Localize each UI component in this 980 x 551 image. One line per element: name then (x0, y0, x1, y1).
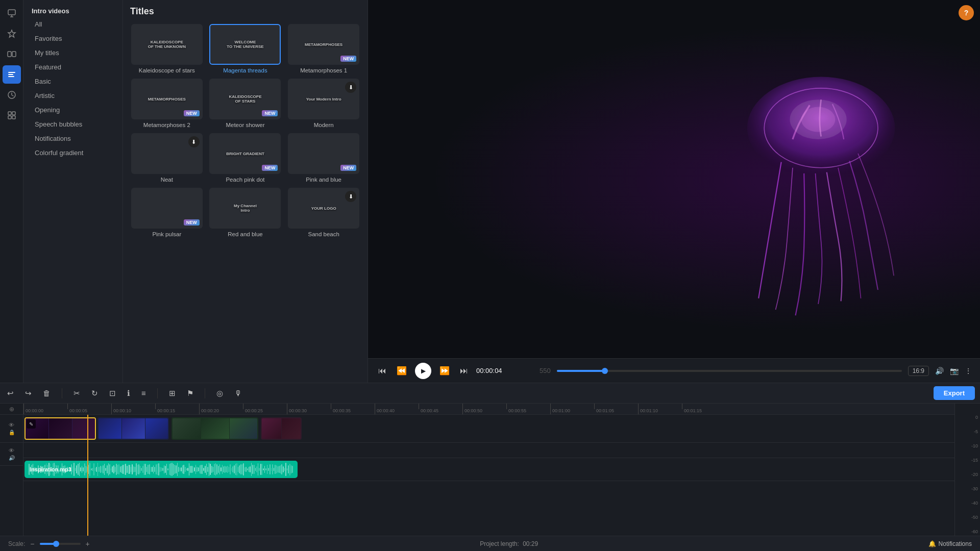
meter-label-0: 0 (975, 415, 978, 420)
crop-button[interactable]: ⊡ (107, 387, 118, 400)
ruler-mark-9: 00:00:45 (419, 404, 438, 414)
title-thumb-meteor: KALEIDOSCOPEOF STARSNEW (209, 79, 281, 119)
download-badge-sand[interactable]: ⬇ (345, 191, 356, 202)
scale-increase-icon[interactable]: + (86, 540, 90, 548)
sidebar-item-artistic[interactable]: Artistic (27, 89, 119, 103)
title-card-pinkblue[interactable]: NEWPink and blue (287, 133, 360, 183)
title-card-modern[interactable]: Your Modern Intro⬇Modern (287, 79, 360, 128)
mic-button[interactable]: 🎙 (232, 387, 244, 399)
insert-button[interactable]: ⊞ (167, 387, 178, 400)
title-thumb-pinkpulsar: NEW (131, 188, 203, 229)
text-track (23, 443, 954, 458)
ruler-label-12: 00:01:00 (552, 408, 570, 413)
step-back-button[interactable]: ⏪ (395, 364, 409, 378)
sidebar-item-all[interactable]: All (27, 17, 119, 31)
bell-icon: 🔔 (928, 540, 936, 547)
project-length: Project length: 00:29 (480, 540, 538, 547)
ruler-mark-12: 00:01:00 (550, 404, 570, 414)
clip-frames-3 (173, 418, 258, 439)
svg-rect-7 (12, 116, 15, 119)
title-card-sand[interactable]: YOUR LOGO⬇Sand beach (287, 188, 360, 237)
step-forward-button[interactable]: ⏩ (437, 364, 452, 378)
help-button[interactable]: ? (959, 5, 974, 20)
sidebar-item-my-titles[interactable]: My titles (27, 46, 119, 60)
delete-button[interactable]: 🗑 (41, 387, 53, 399)
sidebar-item-colorful-gradient[interactable]: Colorful gradient (27, 146, 119, 160)
title-card-meteor[interactable]: KALEIDOSCOPEOF STARSNEWMeteor shower (209, 79, 282, 128)
ruler-mark-11: 00:00:55 (506, 404, 526, 414)
adjust-button[interactable]: ≡ (139, 387, 148, 399)
title-card-redblue[interactable]: My ChannelIntroRed and blue (209, 188, 282, 237)
sidebar-item-featured[interactable]: Featured (27, 60, 119, 74)
tracks-area: ✎ (23, 415, 954, 536)
sidebar-item-favorites[interactable]: Favorites (27, 32, 119, 45)
time-current: 00:00:04 (476, 367, 537, 374)
sidebar-icon-titles[interactable] (3, 65, 21, 84)
snapshot-icon[interactable]: 📷 (950, 367, 959, 375)
sidebar-icon-effects[interactable] (3, 24, 21, 43)
add-track-icon[interactable]: ⊕ (9, 406, 14, 413)
title-label-meteor: Meteor shower (226, 122, 264, 128)
target-button[interactable]: ◎ (214, 387, 225, 400)
video-clip-4[interactable] (261, 417, 302, 440)
title-card-pinkpulsar[interactable]: NEWPink pulsar (130, 188, 204, 237)
titles-panel: Titles KALEIDOSCOPEOF THE UNKNOWNKaleido… (123, 0, 368, 383)
download-badge-modern[interactable]: ⬇ (345, 82, 356, 93)
sidebar-icon-transitions[interactable] (3, 45, 21, 63)
video-clip-1[interactable]: ✎ (24, 417, 96, 440)
export-button[interactable]: Export (934, 386, 975, 400)
ruler-mark-7: 00:00:35 (331, 404, 351, 414)
sidebar-item-opening[interactable]: Opening (27, 103, 119, 117)
redo2-button[interactable]: ↻ (89, 387, 100, 400)
sidebar-icon-grid[interactable] (3, 106, 21, 124)
video-track-lock-icon[interactable]: 🔒 (9, 430, 15, 435)
title-card-metamorphoses1[interactable]: METAMORPHOSESNEWMetamorphoses 1 (287, 24, 360, 73)
sidebar-item-speech-bubbles[interactable]: Speech bubbles (27, 117, 119, 131)
title-label-pinkpulsar: Pink pulsar (152, 231, 181, 237)
cut-button[interactable]: ✂ (71, 387, 82, 400)
ruler-label-7: 00:00:35 (333, 408, 351, 413)
add-track-area: ⊕ (0, 404, 23, 415)
sidebar-item-notifications[interactable]: Notifications (27, 132, 119, 145)
title-label-peach: Peach pink dot (226, 177, 264, 183)
notifications-button[interactable]: 🔔 Notifications (928, 540, 972, 547)
more-options-icon[interactable]: ⋮ (965, 367, 972, 375)
title-card-peach[interactable]: BRIGHT GRADIENTNEWPeach pink dot (209, 133, 282, 183)
thumb-overlay-kaleidoscope: KALEIDOSCOPEOF THE UNKNOWN (148, 40, 186, 49)
aspect-ratio-selector[interactable]: 16:9 (908, 366, 929, 376)
title-card-neat[interactable]: ⬇Neat (130, 133, 204, 183)
video-track-eye-icon[interactable]: 👁 (9, 422, 14, 428)
video-clip-2[interactable] (97, 417, 169, 440)
audio-track-vol-icon[interactable]: 🔊 (9, 455, 15, 461)
title-card-kaleidoscope[interactable]: KALEIDOSCOPEOF THE UNKNOWNKaleidoscope o… (130, 24, 204, 73)
info-button[interactable]: ℹ (125, 387, 132, 400)
time-secondary-display: 550 (540, 367, 551, 374)
skip-to-start-button[interactable]: ⏮ (376, 364, 388, 378)
new-badge-metamorphoses1: NEW (340, 56, 356, 62)
ruler-mark-1: 00:00:05 (67, 404, 87, 414)
new-badge-peach: NEW (262, 165, 278, 171)
skip-to-end-button[interactable]: ⏭ (458, 364, 470, 378)
video-clip-3[interactable] (172, 417, 258, 440)
title-card-metamorphoses2[interactable]: METAMORPHOSESNEWMetamorphoses 2 (130, 79, 204, 128)
ruler-mark-2: 00:00:10 (111, 404, 131, 414)
download-badge-neat[interactable]: ⬇ (188, 136, 200, 147)
sidebar-icon-media[interactable] (3, 4, 21, 22)
progress-bar[interactable] (557, 370, 902, 372)
ruler-label-14: 00:01:10 (640, 408, 658, 413)
audio-clip[interactable]: Inspiration.mp3 (24, 461, 298, 478)
scale-slider[interactable] (40, 543, 81, 545)
title-thumb-sand: YOUR LOGO⬇ (288, 188, 359, 229)
audio-track-eye-icon[interactable]: 👁 (9, 447, 14, 454)
volume-icon[interactable]: 🔊 (935, 367, 944, 375)
title-card-magenta[interactable]: WELCOMETO THE UNIVERSEMagenta threads (209, 24, 282, 73)
play-button[interactable]: ▶ (415, 363, 431, 379)
undo-button[interactable]: ↩ (5, 387, 16, 400)
flag-button[interactable]: ⚑ (185, 387, 195, 400)
redo-button[interactable]: ↪ (23, 387, 34, 400)
sidebar-item-basic[interactable]: Basic (27, 74, 119, 88)
preview-bg (368, 0, 980, 358)
scale-decrease-icon[interactable]: − (30, 540, 34, 548)
player-controls: ⏮ ⏪ ▶ ⏩ ⏭ 00:00:04 550 16:9 🔊 📷 ⋮ (368, 358, 980, 383)
sidebar-icon-clock[interactable] (3, 86, 21, 104)
